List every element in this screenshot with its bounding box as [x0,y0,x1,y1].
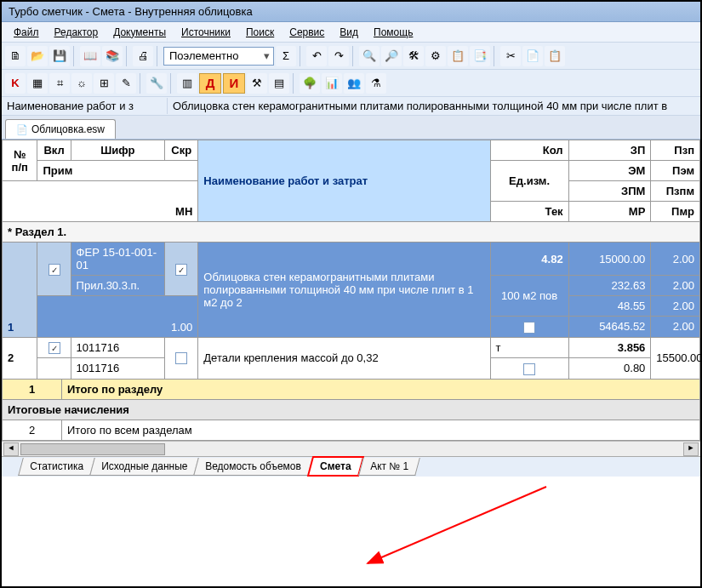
menu-sources[interactable]: Источники [174,25,237,40]
books-icon[interactable]: 📚 [102,46,123,66]
row2-shifr1[interactable]: 1011716 [71,337,165,358]
tab-smeta[interactable]: Смета [307,456,364,477]
hdr-name[interactable]: Наименование работ и затрат [198,140,490,222]
find2-icon[interactable]: 🔎 [381,46,402,66]
row1-mn[interactable]: 1.00 [37,296,198,338]
new-icon[interactable]: 🗎 [5,46,26,66]
t7-icon[interactable]: ⊞ [94,73,114,94]
row1-tek[interactable] [490,317,568,338]
total-section[interactable]: Итого по разделу [62,379,700,399]
scroll-left-icon[interactable]: ◄ [3,442,19,456]
hdr-vkl[interactable]: Вкл [37,140,71,161]
hdr-mr[interactable]: МР [568,202,651,222]
hdr-zp[interactable]: ЗП [568,140,651,161]
tool1-icon[interactable]: 🛠 [403,46,424,66]
row1-desc[interactable]: Облицовка стен керамогранитными плитами … [198,243,490,338]
scroll-right-icon[interactable]: ► [683,442,699,456]
row1-ed[interactable]: 100 м2 пов [490,276,568,317]
row1-zp4[interactable]: 54645.52 [568,317,651,338]
menu-view[interactable]: Вид [333,25,365,40]
hdr-kol[interactable]: Кол [490,140,568,161]
hdr-em[interactable]: ЭМ [568,161,651,181]
total-all-num[interactable]: 2 [3,420,62,440]
t12-icon[interactable]: ⚗ [366,73,386,94]
hdr-pzp[interactable]: Пзп [651,140,700,161]
save-icon[interactable]: 💾 [49,46,70,66]
t6-icon[interactable]: ☼ [71,73,92,94]
row1-skr[interactable] [165,243,198,296]
tool2-icon[interactable]: ⚙ [425,46,446,66]
copy-icon[interactable]: 📄 [522,46,543,66]
book-icon[interactable]: 📖 [80,46,100,66]
row1-zp2[interactable]: 232.63 [568,276,651,296]
hdr-ed[interactable]: Ед.изм. [490,161,568,202]
i-button[interactable]: И [223,73,245,94]
row2-vkl[interactable] [37,337,71,358]
tab-source-data[interactable]: Исходные данные [89,458,199,476]
row1-pzp3[interactable]: 2.00 [651,296,700,317]
horizontal-scrollbar[interactable]: ◄ ► [2,441,700,456]
section-1-title[interactable]: * Раздел 1. [3,222,700,243]
find-icon[interactable]: 🔍 [359,46,380,66]
row2-desc[interactable]: Детали крепления массой до 0,32 [198,337,490,379]
row2-tekval[interactable]: 0.80 [568,358,651,380]
tool3-icon[interactable]: 📋 [448,46,468,66]
t5-icon[interactable]: ⌗ [49,73,70,94]
row2-skr[interactable] [165,337,198,379]
row2-tek[interactable] [490,358,568,380]
hdr-prim[interactable]: Прим [37,161,198,181]
row2-kol[interactable]: 3.856 [568,337,651,358]
tab-volumes[interactable]: Ведомость объемов [194,458,313,476]
hdr-shifr[interactable]: Шифр [71,140,165,161]
t8-icon[interactable]: ✎ [116,73,136,94]
tree-icon[interactable]: 🌳 [300,73,320,94]
row1-vkl[interactable] [37,243,71,296]
t11-icon[interactable]: 👥 [344,73,364,94]
final-header[interactable]: Итоговые начисления [3,399,700,420]
total-all[interactable]: Итого по всем разделам [62,420,700,440]
hdr-pem[interactable]: Пэм [651,161,700,181]
paste-icon[interactable]: 📋 [545,46,565,66]
scroll-thumb[interactable] [20,443,165,455]
row1-shifr2[interactable]: Прил.30.3.п. [71,276,165,296]
row1-zp3[interactable]: 48.55 [568,296,651,317]
row2-shifr2[interactable]: 1011716 [71,358,165,380]
tab-act[interactable]: Акт № 1 [358,458,420,476]
mode-dropdown[interactable]: Поэлементно [163,47,274,66]
hdr-mn[interactable]: МН [3,181,198,222]
row2-vkl2[interactable] [37,358,71,380]
sum-icon[interactable]: Σ [276,46,296,66]
row1-pzp1[interactable]: 2.00 [651,243,700,276]
tool4-icon[interactable]: 📑 [470,46,490,66]
menu-help[interactable]: Помощь [367,25,419,40]
hdr-skr[interactable]: Скр [165,140,198,161]
row1-num[interactable]: 1 [3,243,37,338]
grid-icon[interactable]: ▦ [27,73,48,94]
undo-icon[interactable]: ↶ [306,46,327,66]
row2-zp[interactable]: 15500.00 [651,337,700,379]
redo-icon[interactable]: ↷ [328,46,349,66]
cut-icon[interactable]: ✂ [500,46,521,66]
row1-shifr1[interactable]: ФЕР 15-01-001-01 [71,243,165,276]
hammer-icon[interactable]: ⚒ [247,73,267,94]
total-section-num[interactable]: 1 [3,379,62,399]
row1-kol[interactable]: 4.82 [490,243,568,276]
wrench-icon[interactable]: 🔧 [146,73,167,94]
tab-statistics[interactable]: Статистика [18,458,95,476]
menu-docs[interactable]: Документы [106,25,173,40]
d-button[interactable]: Д [199,73,221,94]
row2-num[interactable]: 2 [3,337,37,379]
t9-icon[interactable]: ▤ [269,73,289,94]
hdr-tek[interactable]: Тек [490,202,568,222]
hdr-pzpm[interactable]: Пзпм [651,181,700,202]
hdr-num[interactable]: № п/п [3,140,37,181]
t10-icon[interactable]: 📊 [322,73,342,94]
menu-service[interactable]: Сервис [283,25,331,40]
open-icon[interactable]: 📂 [27,46,48,66]
hdr-pmr[interactable]: Пмр [651,202,700,222]
hdr-zpm[interactable]: ЗПМ [568,181,651,202]
row1-pzp4[interactable]: 2.00 [651,317,700,338]
cols-icon[interactable]: ▥ [177,73,197,94]
menu-file[interactable]: Файл [7,25,46,40]
menu-editor[interactable]: Редактор [48,25,106,40]
